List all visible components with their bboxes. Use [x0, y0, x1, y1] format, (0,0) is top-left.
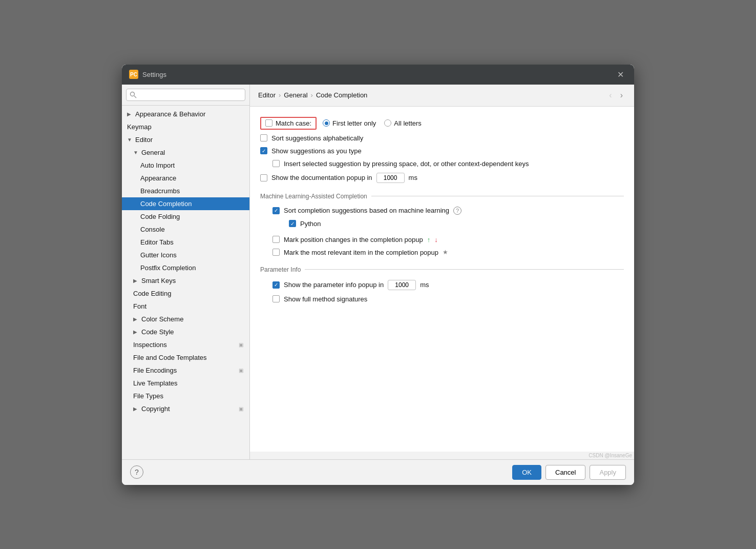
doc-popup-ms-input[interactable]: [376, 173, 405, 183]
sidebar-item-label: Smart Keys: [141, 277, 176, 284]
dialog-title: Settings: [142, 71, 166, 78]
nav-forward-button[interactable]: ›: [617, 90, 626, 101]
sidebar-item-live-templates[interactable]: Live Templates: [122, 377, 249, 390]
chevron-icon: ▶: [133, 329, 138, 335]
sidebar-item-label: File Types: [133, 392, 163, 400]
arrow-up-icon: ↑: [427, 236, 431, 243]
chevron-icon: ▶: [127, 111, 132, 117]
sort-alpha-label: Sort suggestions alphabetically: [271, 134, 363, 142]
show-doc-popup-label: Show the documentation popup in: [271, 174, 372, 181]
python-checkbox[interactable]: [289, 220, 296, 227]
ok-button[interactable]: OK: [512, 465, 541, 480]
param-popup-ms-input[interactable]: [388, 280, 416, 290]
dialog-body: ▶ Appearance & Behavior Keymap ▼ Editor …: [122, 85, 634, 459]
sidebar-item-postfix-completion[interactable]: Postfix Completion: [122, 261, 249, 274]
sidebar: ▶ Appearance & Behavior Keymap ▼ Editor …: [122, 85, 250, 459]
show-param-popup-checkbox[interactable]: [272, 281, 280, 289]
sidebar-item-breadcrumbs[interactable]: Breadcrumbs: [122, 185, 249, 197]
sidebar-item-copyright[interactable]: ▶ Copyright ▣: [122, 402, 249, 415]
chevron-icon: ▶: [133, 406, 138, 412]
sort-ml-checkbox[interactable]: [272, 207, 280, 214]
sidebar-item-file-encodings[interactable]: File Encodings ▣: [122, 364, 249, 377]
title-bar: PC Settings ✕: [122, 65, 634, 85]
main-content: Editor › General › Code Completion ‹ › M…: [250, 85, 634, 459]
help-icon[interactable]: ?: [453, 207, 461, 215]
sidebar-item-file-types[interactable]: File Types: [122, 390, 249, 402]
search-box: [122, 85, 249, 106]
insert-selected-label: Insert selected suggestion by pressing s…: [284, 160, 529, 168]
mark-relevant-row: Mark the most relevant item in the compl…: [260, 246, 624, 259]
show-suggestions-row: Show suggestions as you type: [260, 145, 624, 157]
breadcrumb-sep: ›: [279, 91, 281, 99]
chevron-icon: ▶: [133, 316, 138, 322]
insert-selected-checkbox[interactable]: [272, 160, 280, 167]
breadcrumb-bar: Editor › General › Code Completion ‹ ›: [250, 85, 634, 107]
mark-relevant-checkbox[interactable]: [272, 249, 280, 256]
mark-relevant-label: Mark the most relevant item in the compl…: [284, 249, 438, 256]
sidebar-item-editor[interactable]: ▼ Editor: [122, 133, 249, 146]
show-full-signatures-checkbox[interactable]: [272, 295, 280, 302]
sidebar-item-color-scheme[interactable]: ▶ Color Scheme: [122, 313, 249, 326]
sidebar-item-label: Code Editing: [133, 290, 171, 297]
sidebar-item-label: Appearance & Behavior: [135, 110, 205, 118]
search-input[interactable]: [126, 89, 245, 101]
breadcrumb-editor: Editor: [258, 91, 276, 99]
radio-first-letter-btn[interactable]: [323, 119, 330, 127]
close-button[interactable]: ✕: [614, 69, 627, 80]
sidebar-item-label: Font: [133, 302, 146, 310]
sidebar-item-appearance-behavior[interactable]: ▶ Appearance & Behavior: [122, 108, 249, 120]
watermark: CSDN @InsaneGe: [586, 452, 634, 459]
sidebar-item-file-code-templates[interactable]: File and Code Templates: [122, 351, 249, 364]
show-full-signatures-label: Show full method signatures: [284, 295, 367, 303]
sort-alpha-checkbox[interactable]: [260, 134, 267, 141]
radio-all-letters[interactable]: All letters: [384, 119, 421, 127]
arrow-down-icon: ↓: [434, 236, 438, 243]
match-case-label: Match case:: [276, 119, 311, 127]
cancel-button[interactable]: Cancel: [545, 465, 585, 480]
python-row: Python: [260, 217, 624, 230]
sidebar-item-appearance[interactable]: Appearance: [122, 172, 249, 185]
sidebar-item-code-completion[interactable]: Code Completion: [122, 197, 249, 210]
sidebar-item-inspections[interactable]: Inspections ▣: [122, 338, 249, 351]
param-section-title: Parameter Info: [260, 266, 301, 273]
sidebar-item-label: File Encodings: [133, 367, 177, 374]
chevron-icon: ▶: [133, 278, 138, 283]
sidebar-item-label: File and Code Templates: [133, 354, 207, 361]
breadcrumb-sep: ›: [311, 91, 313, 99]
sidebar-item-auto-import[interactable]: Auto Import: [122, 159, 249, 172]
python-label: Python: [300, 220, 321, 228]
sidebar-item-keymap[interactable]: Keymap: [122, 120, 249, 133]
apply-button[interactable]: Apply: [590, 465, 626, 480]
sidebar-item-label: Inspections: [133, 341, 167, 349]
help-button[interactable]: ?: [130, 465, 143, 479]
sidebar-item-label: Live Templates: [133, 379, 177, 387]
show-suggestions-label: Show suggestions as you type: [271, 147, 362, 155]
sidebar-item-general[interactable]: ▼ General: [122, 146, 249, 159]
nav-back-button[interactable]: ‹: [606, 90, 615, 101]
sidebar-item-code-style[interactable]: ▶ Code Style: [122, 326, 249, 338]
match-case-checkbox[interactable]: [265, 119, 272, 127]
sidebar-item-label: Appearance: [140, 174, 176, 182]
ml-section-header: Machine Learning-Assisted Completion: [260, 193, 624, 200]
show-full-signatures-row: Show full method signatures: [260, 293, 624, 306]
mark-position-checkbox[interactable]: [272, 236, 280, 243]
radio-all-letters-btn[interactable]: [384, 119, 391, 127]
sidebar-item-label: Code Style: [141, 328, 174, 336]
sidebar-item-label: Auto Import: [140, 161, 175, 169]
sidebar-item-editor-tabs[interactable]: Editor Tabs: [122, 236, 249, 249]
sidebar-item-code-editing[interactable]: Code Editing: [122, 287, 249, 300]
sidebar-item-console[interactable]: Console: [122, 223, 249, 236]
show-suggestions-checkbox[interactable]: [260, 147, 267, 154]
sidebar-item-smart-keys[interactable]: ▶ Smart Keys: [122, 274, 249, 287]
insert-selected-row: Insert selected suggestion by pressing s…: [260, 157, 624, 170]
settings-icon: ▣: [239, 342, 243, 348]
radio-first-letter[interactable]: First letter only: [323, 119, 376, 127]
sort-alpha-row: Sort suggestions alphabetically: [260, 132, 624, 145]
sidebar-item-code-folding[interactable]: Code Folding: [122, 210, 249, 223]
sidebar-item-font[interactable]: Font: [122, 300, 249, 313]
sidebar-item-label: Code Folding: [140, 213, 180, 220]
show-doc-popup-checkbox[interactable]: [260, 174, 267, 181]
sidebar-item-label: Editor Tabs: [140, 238, 174, 246]
show-param-popup-row: Show the parameter info popup in ms: [260, 277, 624, 293]
sidebar-item-gutter-icons[interactable]: Gutter Icons: [122, 249, 249, 261]
